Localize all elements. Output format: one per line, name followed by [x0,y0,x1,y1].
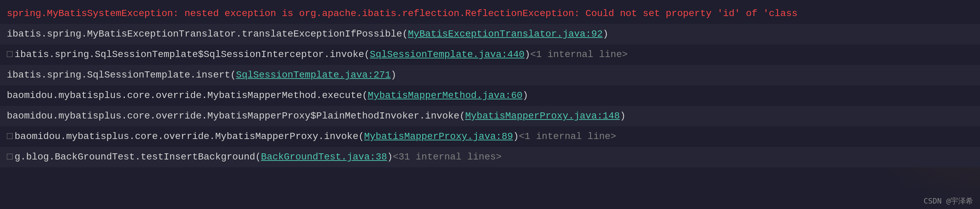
stack-text-3: ibatis.spring.SqlSessionTemplate$SqlSess… [15,47,370,62]
exception-text: spring.MyBatisSystemException: nested ex… [7,6,797,22]
stack-link-3[interactable]: SqlSessionTemplate.java:440 [370,47,525,62]
stack-line-5: baomidou.mybatisplus.core.override.Mybat… [0,85,980,106]
stack-link-8[interactable]: BackGroundTest.java:38 [261,150,387,165]
terminal-window: spring.MyBatisSystemException: nested ex… [0,0,980,209]
stack-link-6[interactable]: MybatisMapperProxy.java:148 [465,108,620,124]
watermark: CSDN @宇泽希 [924,196,973,206]
stack-link-5[interactable]: MybatisMapperMethod.java:60 [368,88,523,104]
stack-link-4[interactable]: SqlSessionTemplate.java:271 [236,68,391,83]
stack-text-7: baomidou.mybatisplus.core.override.Mybat… [15,129,364,144]
stack-line-6: baomidou.mybatisplus.core.override.Mybat… [0,106,980,126]
stack-line-3: □ ibatis.spring.SqlSessionTemplate$SqlSe… [0,45,980,65]
stack-line-7: □ baomidou.mybatisplus.core.override.Myb… [0,126,980,147]
stack-text-6: baomidou.mybatisplus.core.override.Mybat… [7,108,465,124]
stack-line-4: ibatis.spring.SqlSessionTemplate.insert(… [0,65,980,85]
collapse-indicator-7[interactable]: □ [7,129,13,144]
collapse-indicator-8[interactable]: □ [7,150,13,165]
exception-header-line: spring.MyBatisSystemException: nested ex… [0,3,980,24]
stack-link-2[interactable]: MyBatisExceptionTranslator.java:92 [408,27,603,42]
stack-line-2: ibatis.spring.MyBatisExceptionTranslator… [0,24,980,45]
stack-link-7[interactable]: MybatisMapperProxy.java:89 [364,129,513,144]
stack-text-5: baomidou.mybatisplus.core.override.Mybat… [7,88,368,104]
stack-text-2: ibatis.spring.MyBatisExceptionTranslator… [7,27,408,42]
collapse-indicator-3[interactable]: □ [7,47,13,62]
stack-trace-content: spring.MyBatisSystemException: nested ex… [0,0,980,171]
stack-text-4: ibatis.spring.SqlSessionTemplate.insert( [7,68,236,83]
stack-line-8: □ g.blog.BackGroundTest.testInsertBackgr… [0,147,980,168]
stack-text-8: g.blog.BackGroundTest.testInsertBackgrou… [15,150,261,165]
